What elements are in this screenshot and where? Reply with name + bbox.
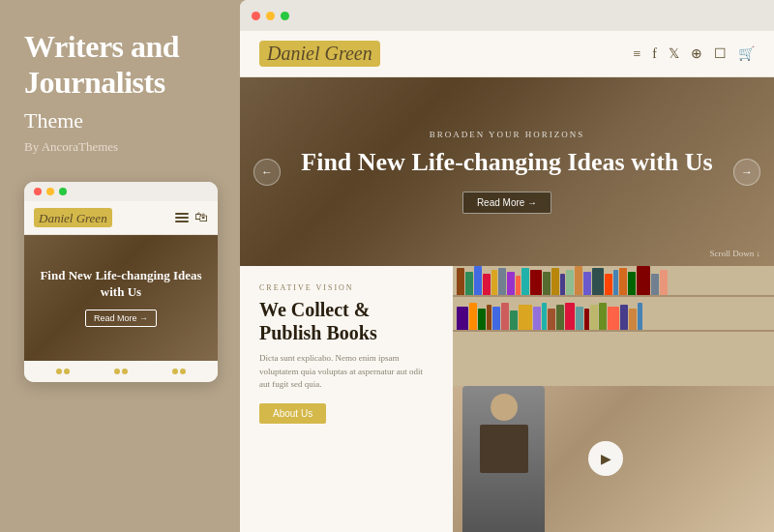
hamburger-icon[interactable] (175, 213, 189, 222)
pinterest-icon[interactable]: ⊕ (691, 45, 702, 62)
mobile-read-more-button[interactable]: Read More → (85, 310, 157, 327)
man-body (480, 425, 528, 473)
bookshelf-visual: ▶ (453, 266, 774, 532)
hero-content: BROADEN YOUR HORIZONS Find New Life-chan… (301, 130, 712, 213)
desktop-browser-bar (240, 0, 774, 31)
video-play-button[interactable]: ▶ (588, 441, 623, 476)
lower-left-content: CREATIVE VISION We Collect & Publish Boo… (240, 266, 453, 532)
mobile-bar-item-2 (114, 369, 128, 374)
scroll-down-label: Scroll Down ↓ (710, 249, 761, 258)
mobile-bottom-bar (24, 361, 218, 382)
site-logo-text: Daniel Green (267, 43, 372, 64)
lower-section-title: We Collect & Publish Books (259, 298, 433, 344)
theme-author: By AncoraThemes (24, 139, 221, 155)
cart-icon[interactable]: 🛒 (738, 45, 755, 62)
mobile-logo-text: Daniel Green (39, 211, 107, 225)
man-image-area: ▶ (453, 386, 774, 532)
hero-prev-button[interactable]: ← (253, 159, 281, 186)
desktop-dot-red (252, 12, 260, 20)
shelf-row-2 (453, 301, 774, 332)
mobile-bar-item-1 (56, 369, 70, 374)
left-panel: Writers and Journalists Theme By AncoraT… (0, 0, 240, 532)
lower-section: CREATIVE VISION We Collect & Publish Boo… (240, 266, 774, 532)
mobile-header: Daniel Green 🛍 (24, 201, 218, 235)
about-us-button[interactable]: About Us (259, 403, 326, 424)
cart-icon[interactable]: 🛍 (194, 210, 208, 225)
man-head (491, 394, 518, 421)
mobile-nav: 🛍 (175, 210, 208, 225)
site-header: Daniel Green ≡ f 𝕏 ⊕ ☐ 🛒 (240, 31, 774, 77)
mobile-bar-item-3 (172, 369, 186, 374)
desktop-dot-yellow (266, 12, 275, 20)
mobile-dot-red (34, 188, 42, 195)
menu-icon[interactable]: ≡ (633, 46, 640, 62)
site-logo: Daniel Green (259, 41, 380, 67)
theme-subtitle: Theme (24, 108, 221, 133)
mobile-hero-title: Find New Life-changing Ideas with Us (36, 268, 206, 301)
hero-title: Find New Life-changing Ideas with Us (301, 147, 712, 177)
desktop-dot-green (281, 12, 289, 20)
mobile-dot-green (59, 188, 67, 195)
theme-title: Writers and Journalists (24, 29, 221, 101)
hero-read-more-button[interactable]: Read More → (462, 192, 551, 214)
shelf-row-1 (453, 266, 774, 297)
man-figure (462, 386, 545, 532)
mobile-hero-content: Find New Life-changing Ideas with Us Rea… (24, 268, 218, 328)
mobile-dot-yellow (46, 188, 54, 195)
instagram-icon[interactable]: ☐ (714, 45, 727, 62)
mobile-browser-bar (24, 182, 218, 201)
desktop-content: Daniel Green ≡ f 𝕏 ⊕ ☐ 🛒 ← BROADEN YOUR … (240, 31, 774, 532)
mobile-logo: Daniel Green (34, 208, 112, 227)
hero-subtitle: BROADEN YOUR HORIZONS (301, 130, 712, 139)
twitter-icon[interactable]: 𝕏 (669, 45, 679, 62)
right-panel: Daniel Green ≡ f 𝕏 ⊕ ☐ 🛒 ← BROADEN YOUR … (240, 0, 774, 532)
hero-section: ← BROADEN YOUR HORIZONS Find New Life-ch… (240, 77, 774, 266)
mobile-preview: Daniel Green 🛍 Find New Life-changing Id… (24, 182, 218, 382)
creative-vision-label: CREATIVE VISION (259, 283, 433, 292)
facebook-icon[interactable]: f (652, 46, 657, 62)
site-nav-icons: ≡ f 𝕏 ⊕ ☐ 🛒 (633, 45, 755, 62)
hero-next-button[interactable]: → (733, 159, 760, 186)
lower-right-image: ▶ (453, 266, 774, 532)
mobile-hero: Find New Life-changing Ideas with Us Rea… (24, 235, 218, 361)
lower-description: Dicta sunt explicabo. Nemo enim ipsam vo… (259, 352, 433, 392)
